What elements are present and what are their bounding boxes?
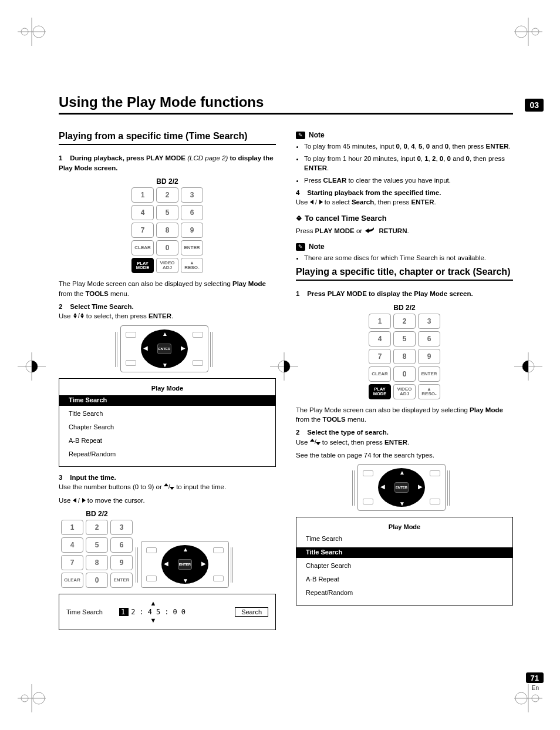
return-icon [364,227,377,237]
enter-button-label: ENTER [157,344,171,354]
remote-keypad-diagram: BD 2/2 123456789CLEAR0ENTER [59,510,135,588]
keypad-key: 4 [369,331,391,347]
r-step-2: 2 Select the type of search. Use / to se… [296,428,513,448]
keypad-key: 1 [61,520,83,535]
time-separator: : [139,608,145,616]
keypad-key: ▲RESO- [181,258,203,273]
arrow-up-icon: ▲ [399,469,405,476]
note-list: To play from 45 minutes, input 0, 0, 4, … [296,142,513,186]
keypad-key: 5 [86,537,108,553]
section-time-search: Playing from a specific time (Time Searc… [59,131,276,145]
keypad-key: 2 [393,314,416,329]
pencil-icon: ✎ [296,243,305,251]
svg-text:/: / [315,199,317,205]
svg-text:/: / [168,483,170,490]
arrow-up-down-icon: / [310,438,321,448]
keypad-key: VIDEOADJ [393,384,416,399]
step-2: 2 Select Time Search. Use / to select, t… [59,302,276,322]
note-badge: ✎ Note [296,243,325,251]
arrow-up-down-icon: / [73,312,85,322]
crop-mark-icon [514,352,542,381]
page-title: Using the Play Mode functions [59,94,513,115]
svg-text:/: / [315,439,316,445]
keypad-key: 9 [110,555,133,570]
crop-mark-icon [18,18,46,46]
keypad-key: 2 [156,187,178,203]
note-list: There are some discs for which Time Sear… [296,253,513,263]
arrow-left-right-icon: / [310,198,323,208]
arrow-left-icon: ◀ [143,345,148,351]
crop-mark-icon [514,18,542,46]
play-mode-menu: Play Mode Time SearchTitle SearchChapter… [296,517,513,605]
cancel-heading: ❖To cancel Time Search [296,214,513,223]
keypad-key: VIDEOADJ [156,258,178,273]
menu-item: Repeat/Random [59,449,275,460]
keypad-key: 4 [61,537,83,553]
keypad-key: 6 [418,331,440,347]
keypad-key: 7 [369,349,391,364]
step-1: 1 During playback, press PLAY MODE (LCD … [59,153,276,173]
arrow-up-icon: ▲ [162,331,168,337]
left-column: Playing from a specific time (Time Searc… [59,127,276,630]
time-digit: 0 [173,608,178,616]
arrow-left-icon: ◀ [164,560,168,567]
keypad-key: CLEAR [369,366,391,382]
keypad-key: 4 [131,205,154,220]
time-digit: 1 [119,608,129,616]
keypad-key: ENTER [418,366,440,382]
crop-mark-icon [270,352,298,381]
remote-keypad-diagram: BD 2/2 123456789CLEAR0ENTERPLAYMODEVIDEO… [129,177,205,273]
keypad-key: PLAYMODE [131,258,154,273]
arrow-down-icon: ▼ [399,500,405,507]
arrow-left-icon: ◀ [380,483,385,490]
arrow-down-icon: ▼ [150,617,156,624]
keypad-key: 5 [393,331,416,347]
keypad-key: CLEAR [131,240,154,255]
keypad-key: ▲RESO- [418,384,440,399]
page-number: 71 [526,672,544,683]
time-separator: : [164,608,170,616]
note-item: To play from 45 minutes, input 0, 0, 4, … [304,142,513,152]
keypad-key: 3 [418,314,440,329]
time-digit: 5 [156,608,162,616]
section-search: Playing a specific title, chapter or tra… [296,267,513,281]
svg-text:/: / [78,497,80,503]
play-mode-menu: Play Mode Time SearchTitle SearchChapter… [59,378,276,467]
keypad-key: 6 [181,205,203,220]
dpad-diagram: ENTER ▲ ▼ ◀ ▶ [120,325,214,372]
note-item: Press CLEAR to clear the values you have… [304,176,513,186]
keypad-key: 0 [86,573,108,588]
step-3: 3 Input the time. Use the number buttons… [59,473,276,493]
arrow-up-icon: ▲ [150,600,156,607]
dpad-diagram: ENTER ▲ ▼ ◀ ▶ [357,464,451,511]
note-badge: ✎ Note [296,131,325,139]
page-language: En [532,685,539,691]
remote-keypad-diagram: BD 2/2 123456789CLEAR0ENTERPLAYMODEVIDEO… [366,304,443,399]
keypad-key: 1 [369,314,391,329]
arrow-down-icon: ▼ [183,577,188,584]
keypad-key: 3 [110,520,133,535]
keypad-and-dpad-row: BD 2/2 123456789CLEAR0ENTER ENTER ▲ ▼ ◀ … [59,510,276,588]
menu-item: Time Search [296,534,512,544]
keypad-key: 5 [156,205,178,220]
keypad-key: 3 [181,187,203,203]
time-digit: 0 [181,608,187,616]
menu-item: Chapter Search [296,561,512,571]
keypad-key: 8 [86,555,108,570]
dpad-diagram: ENTER ▲ ▼ ◀ ▶ [141,541,235,588]
r-step-2-extra: See the table on page 74 for the search … [296,450,513,460]
chapter-tab: 03 [525,99,544,112]
pencil-icon: ✎ [296,132,305,139]
menu-item: A-B Repeat [296,574,512,585]
keypad-key: 2 [86,520,108,535]
arrow-left-right-icon: / [73,496,86,506]
document-page: 03 71 En Using the Play Mode functions P… [0,0,560,730]
keypad-key: 7 [131,223,154,238]
play-mode-note: The Play Mode screen can also be display… [59,279,276,298]
keypad-key: 8 [393,349,416,364]
right-column: ✎ Note To play from 45 minutes, input 0,… [296,127,513,630]
keypad-key: 6 [110,537,133,553]
keypad-key: 8 [156,223,178,238]
step-4: 4 Starting playback from the specified t… [296,188,513,208]
arrow-right-icon: ▶ [201,560,206,567]
